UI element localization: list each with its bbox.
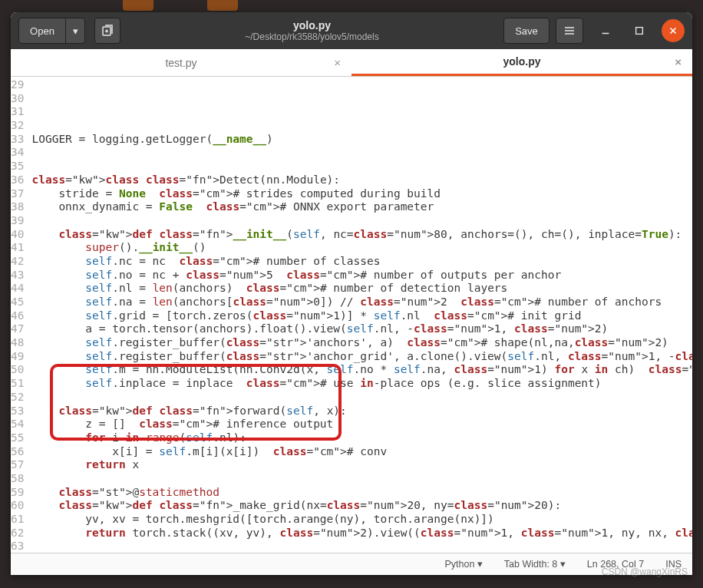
maximize-button[interactable] <box>628 19 651 42</box>
code-editor[interactable]: 2930313233343536373839404142434445464748… <box>11 77 692 553</box>
editor-window: Open ▾ yolo.py ~/Desktop/rk3588/yolov5/m… <box>11 12 692 575</box>
open-button[interactable]: Open <box>18 18 66 44</box>
close-button[interactable] <box>662 19 685 42</box>
tab-test-py[interactable]: test.py × <box>11 49 352 76</box>
window-title: yolo.py ~/Desktop/rk3588/yolov5/models <box>127 19 497 42</box>
close-icon[interactable]: × <box>675 55 682 68</box>
language-selector[interactable]: Python ▾ <box>444 558 482 570</box>
close-icon[interactable]: × <box>334 56 341 69</box>
titlebar: Open ▾ yolo.py ~/Desktop/rk3588/yolov5/m… <box>11 12 692 49</box>
tab-yolo-py[interactable]: yolo.py × <box>352 49 692 76</box>
tabwidth-selector[interactable]: Tab Width: 8 ▾ <box>504 558 566 570</box>
tab-label: yolo.py <box>503 55 540 68</box>
minimize-button[interactable] <box>594 19 617 42</box>
code-area[interactable]: LOGGER = logging.getLogger(__name__)clas… <box>28 77 692 553</box>
svg-rect-1 <box>636 28 643 35</box>
title-filepath: ~/Desktop/rk3588/yolov5/models <box>127 31 497 42</box>
tab-bar: test.py × yolo.py × <box>11 49 692 77</box>
tab-label: test.py <box>165 57 196 69</box>
open-dropdown[interactable]: ▾ <box>65 18 85 44</box>
hamburger-menu-button[interactable] <box>556 18 583 44</box>
new-tab-button[interactable] <box>94 18 120 44</box>
line-gutter: 2930313233343536373839404142434445464748… <box>11 77 28 553</box>
status-bar: Python ▾ Tab Width: 8 ▾ Ln 268, Col 7 IN… <box>11 553 692 574</box>
watermark: CSDN @wangXinRS <box>602 567 688 577</box>
title-filename: yolo.py <box>127 19 497 31</box>
save-button[interactable]: Save <box>503 18 550 44</box>
